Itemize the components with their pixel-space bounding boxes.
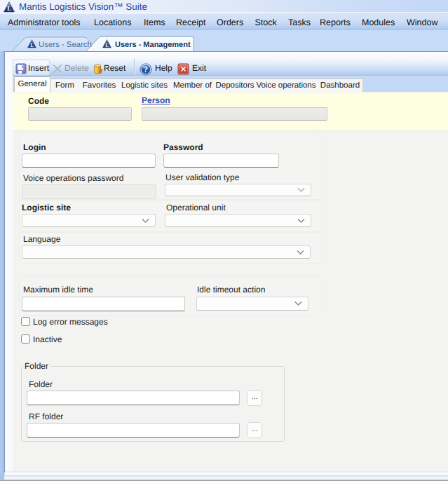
svg-text:L: L — [7, 5, 11, 12]
svg-text:Users - Management: Users - Management — [115, 41, 191, 49]
svg-text:Users - Search: Users - Search — [39, 41, 92, 49]
svg-text:L: L — [30, 42, 34, 48]
svg-text:?: ? — [144, 65, 148, 74]
svg-text:L: L — [105, 42, 109, 48]
